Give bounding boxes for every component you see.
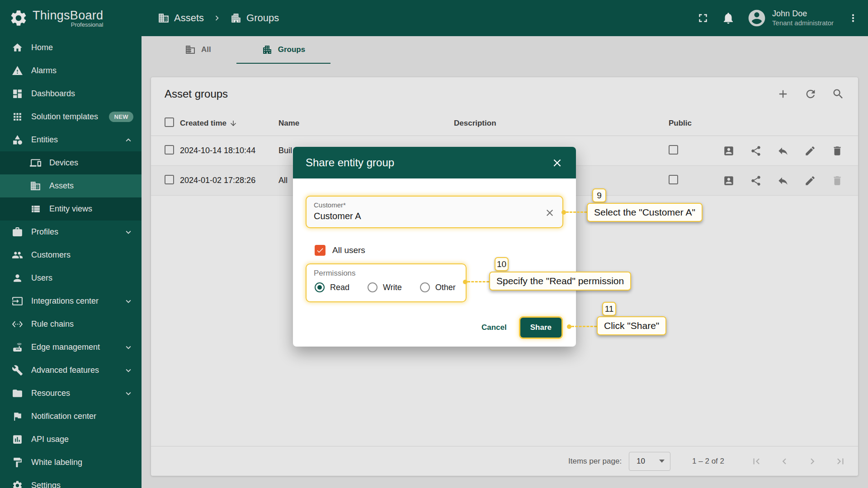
dialog-title: Share entity group xyxy=(306,156,394,169)
radio-read[interactable]: Read xyxy=(315,282,349,292)
customer-field-value: Customer A xyxy=(314,211,361,221)
permissions-group: Permissions Read Write Other xyxy=(306,263,467,302)
connector-dot xyxy=(561,210,566,215)
close-icon[interactable] xyxy=(551,157,563,169)
share-button[interactable]: Share xyxy=(520,318,561,338)
clear-icon[interactable] xyxy=(544,207,555,218)
radio-write[interactable]: Write xyxy=(368,282,402,292)
permissions-label: Permissions xyxy=(314,269,458,278)
annotation-callout: Select the "Customer A" xyxy=(587,203,703,222)
connector-line xyxy=(566,211,587,213)
radio-other[interactable]: Other xyxy=(420,282,456,292)
connector-dot xyxy=(567,324,571,329)
cancel-button[interactable]: Cancel xyxy=(481,323,507,332)
all-users-label: All users xyxy=(332,245,365,255)
step-number-badge: 10 xyxy=(495,257,509,271)
annotation-callout: Click "Share" xyxy=(597,316,666,335)
customer-field-label: Customer* xyxy=(314,201,346,209)
radio-button[interactable] xyxy=(368,282,377,292)
radio-button[interactable] xyxy=(420,282,430,292)
step-number-badge: 9 xyxy=(592,188,606,202)
radio-button[interactable] xyxy=(315,282,325,292)
connector-dot xyxy=(463,280,467,284)
customer-field[interactable]: Customer* Customer A xyxy=(306,196,563,228)
connector-line xyxy=(467,281,489,282)
annotation-callout: Specify the "Read" permission xyxy=(489,272,631,291)
connector-line xyxy=(571,326,597,327)
all-users-checkbox[interactable] xyxy=(315,245,326,256)
share-entity-group-dialog: Share entity group Customer* Customer A … xyxy=(293,147,576,347)
step-number-badge: 11 xyxy=(602,302,616,316)
